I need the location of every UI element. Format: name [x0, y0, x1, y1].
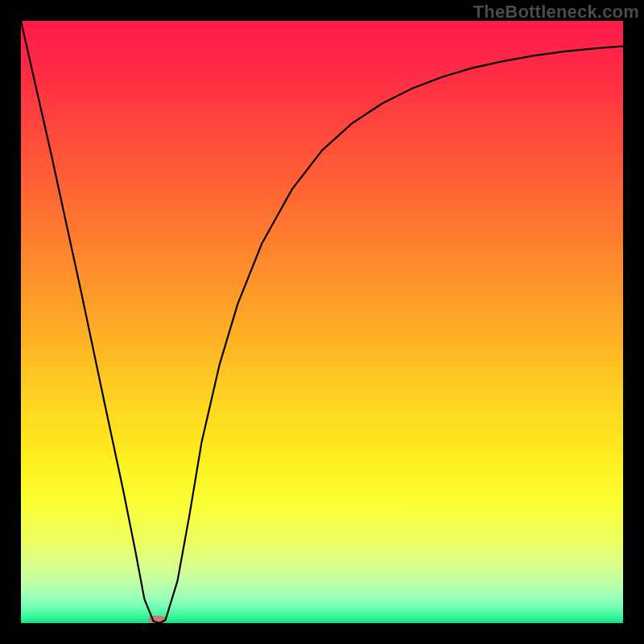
- chart-frame: TheBottleneck.com: [0, 0, 644, 644]
- chart-svg: [21, 21, 623, 623]
- plot-area: [21, 21, 623, 623]
- gradient-background: [21, 21, 623, 623]
- watermark-text: TheBottleneck.com: [473, 2, 639, 23]
